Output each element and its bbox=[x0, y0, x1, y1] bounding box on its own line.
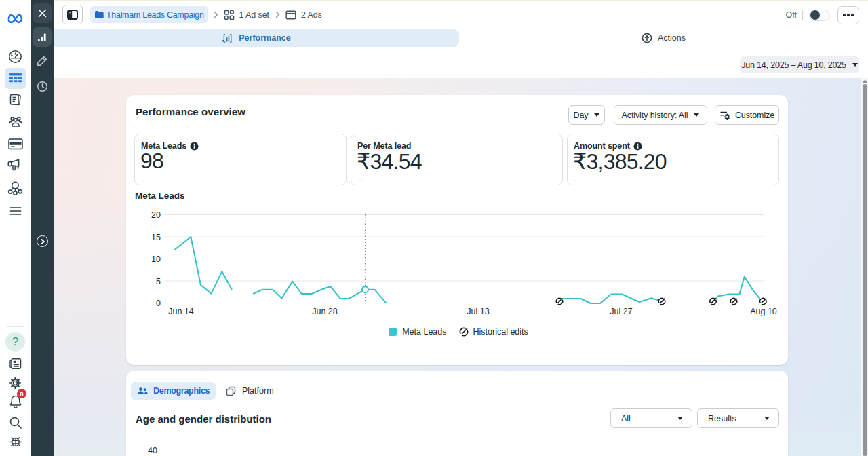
svg-text:20: 20 bbox=[151, 210, 161, 220]
svg-text:15: 15 bbox=[151, 233, 161, 242]
svg-text:10: 10 bbox=[151, 254, 161, 264]
svg-text:Jun 14: Jun 14 bbox=[168, 307, 194, 316]
svg-text:Aug 10: Aug 10 bbox=[750, 307, 777, 316]
svg-text:5: 5 bbox=[156, 277, 161, 286]
svg-text:Jun 28: Jun 28 bbox=[312, 307, 338, 316]
svg-text:0: 0 bbox=[156, 299, 161, 308]
svg-text:Jul 27: Jul 27 bbox=[610, 307, 632, 316]
svg-text:Jul 13: Jul 13 bbox=[467, 307, 489, 316]
